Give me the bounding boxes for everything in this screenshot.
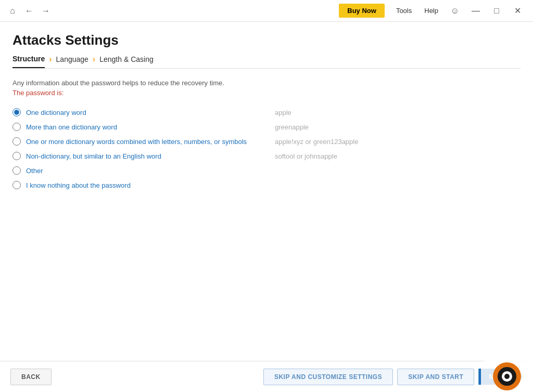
breadcrumb-structure[interactable]: Structure (12, 55, 45, 68)
logo-circle (493, 362, 521, 390)
list-item: More than one dictionary word greenapple (12, 120, 521, 134)
forward-icon[interactable]: → (40, 5, 52, 17)
info-text: Any information about the password helps… (12, 79, 521, 87)
maximize-button[interactable]: □ (487, 2, 506, 20)
list-item: One or more dictionary words combined wi… (12, 134, 521, 149)
emoji-icon[interactable]: ☺ (446, 2, 464, 20)
logo-inner (498, 367, 516, 386)
radio-other[interactable] (12, 166, 21, 175)
radio-know-nothing[interactable] (12, 181, 21, 189)
radio-one-dict-word[interactable] (12, 108, 21, 116)
logo-pupil (504, 374, 510, 379)
radio-label-multi-dict-word[interactable]: More than one dictionary word (26, 123, 271, 131)
skip-start-button[interactable]: SKIP AND START (397, 369, 474, 385)
list-item: I know nothing about the password (12, 178, 521, 192)
password-label: The password is: (12, 89, 521, 97)
list-item: One dictionary word apple (12, 105, 521, 120)
breadcrumb-sep-1: › (45, 55, 56, 68)
radio-label-dict-combined[interactable]: One or more dictionary words combined wi… (26, 138, 271, 146)
breadcrumb: Structure › Language › Length & Casing (12, 55, 521, 69)
back-icon[interactable]: ← (23, 5, 35, 17)
main-content: Attacks Settings Structure › Language › … (0, 22, 533, 361)
logo-eye (502, 371, 512, 382)
radio-label-other[interactable]: Other (26, 167, 271, 175)
skip-customize-button[interactable]: SKIP AND CUSTOMIZE SETTINGS (263, 369, 393, 385)
home-icon[interactable]: ⌂ (6, 5, 19, 17)
list-item: Non-dictionary, but similar to an Englis… (12, 149, 521, 163)
breadcrumb-length-casing[interactable]: Length & Casing (99, 55, 154, 68)
example-non-dictionary: softool or johnsapple (275, 152, 337, 160)
title-bar: ⌂ ← → Buy Now Tools Help ☺ — □ ✕ (0, 0, 533, 22)
back-button[interactable]: BACK (10, 369, 52, 385)
radio-multi-dict-word[interactable] (12, 123, 21, 131)
buy-now-button[interactable]: Buy Now (339, 4, 385, 18)
radio-label-non-dictionary[interactable]: Non-dictionary, but similar to an Englis… (26, 152, 271, 160)
close-button[interactable]: ✕ (508, 2, 527, 20)
breadcrumb-language[interactable]: Language (56, 55, 88, 68)
radio-non-dictionary[interactable] (12, 152, 21, 160)
list-item: Other (12, 163, 521, 178)
title-bar-actions: Buy Now Tools Help ☺ — □ ✕ (339, 2, 527, 20)
breadcrumb-sep-2: › (88, 55, 99, 68)
help-menu[interactable]: Help (419, 4, 443, 18)
radio-dict-combined[interactable] (12, 137, 21, 146)
body-section: Any information about the password helps… (0, 69, 533, 361)
footer: BACK SKIP AND CUSTOMIZE SETTINGS SKIP AN… (0, 361, 533, 392)
corner-logo (481, 361, 533, 392)
tools-menu[interactable]: Tools (391, 4, 417, 18)
page-title: Attacks Settings (12, 32, 521, 48)
password-options: One dictionary word apple More than one … (12, 105, 521, 192)
radio-label-know-nothing[interactable]: I know nothing about the password (26, 181, 271, 189)
example-dict-combined: apple!xyz or green123apple (275, 138, 358, 146)
example-one-dict-word: apple (275, 109, 291, 116)
page-header: Attacks Settings Structure › Language › … (0, 22, 533, 69)
minimize-button[interactable]: — (466, 2, 485, 20)
example-multi-dict-word: greenapple (275, 123, 309, 131)
radio-label-one-dict-word[interactable]: One dictionary word (26, 109, 271, 116)
nav-controls: ⌂ ← → (6, 5, 52, 17)
